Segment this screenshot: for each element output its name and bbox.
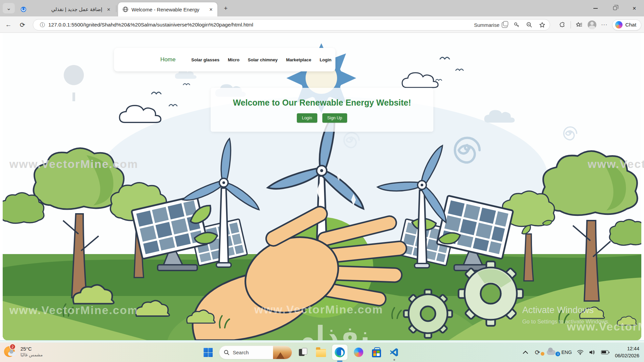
- tray-clock[interactable]: 12:44 06/02/2026: [615, 345, 639, 359]
- taskbar-app-store[interactable]: [370, 346, 383, 359]
- refresh-icon: ⟳: [20, 21, 25, 29]
- vscode-icon: [389, 348, 399, 357]
- tree-far-left: [3, 193, 44, 223]
- tab-nafezly[interactable]: إضافة عمل جديد | نفذلي ✕: [16, 2, 115, 16]
- address-bar[interactable]: ⓘ 127.0.0.1:5500/Ignited/Shahd%20&%20Sal…: [33, 19, 550, 31]
- tray-language[interactable]: ENG: [558, 350, 575, 355]
- site-navbar: Home Solar glasses Micro Solar chimney M…: [114, 48, 335, 71]
- toolbar-divider: [571, 21, 571, 28]
- summarise-label: Summarise: [474, 22, 499, 28]
- search-label: Search: [233, 350, 249, 355]
- taskbar-search[interactable]: Search: [219, 346, 292, 359]
- plus-icon: +: [224, 5, 227, 12]
- cloud-icon: [547, 350, 555, 355]
- close-tab-icon[interactable]: ✕: [207, 5, 215, 14]
- nav-item-micro[interactable]: Micro: [228, 57, 239, 62]
- copilot-icon: [615, 21, 623, 28]
- nav-item-home[interactable]: Home: [160, 56, 175, 63]
- minimize-button[interactable]: [586, 0, 605, 16]
- close-tab-icon[interactable]: ✕: [104, 5, 113, 14]
- folder-icon: [316, 349, 326, 357]
- wifi-icon: [577, 350, 584, 355]
- site-info-icon[interactable]: ⓘ: [40, 22, 45, 28]
- tab-divider: [116, 5, 116, 12]
- copilot-outline-icon: [502, 22, 507, 28]
- search-highlight-image: [273, 346, 292, 359]
- tray-sync-status[interactable]: ⟳: [531, 349, 544, 356]
- tray-onedrive[interactable]: i: [544, 350, 558, 355]
- screen: ⌄ إضافة عمل جديد | نفذلي ✕ Welcome - Ren…: [0, 0, 644, 362]
- weather-condition: مشمس غالبًا: [20, 352, 43, 357]
- close-window-button[interactable]: ✕: [625, 0, 644, 16]
- summarise-button[interactable]: Summarise: [474, 22, 507, 28]
- start-button[interactable]: [201, 346, 215, 359]
- chevron-down-icon: ⌄: [6, 5, 11, 12]
- window-controls: ✕: [586, 0, 644, 16]
- running-app-indicator: [393, 359, 395, 361]
- password-key-icon[interactable]: [513, 21, 520, 28]
- battery-icon: [601, 350, 608, 354]
- new-tab-button[interactable]: +: [221, 4, 230, 13]
- nav-item-login[interactable]: Login: [320, 57, 331, 62]
- gear-small: [404, 290, 452, 338]
- weather-widget[interactable]: 2 25°C مشمس غالبًا: [4, 345, 43, 358]
- viewport-bottom-strip: [0, 340, 644, 343]
- clock-time: 12:44: [615, 345, 639, 352]
- nafezly-favicon-icon: [20, 6, 26, 12]
- profile-avatar[interactable]: [588, 20, 596, 29]
- tray-battery[interactable]: [598, 350, 611, 354]
- speaker-icon: [589, 349, 595, 355]
- taskbar-app-copilot[interactable]: [352, 346, 365, 359]
- tray-volume[interactable]: [586, 349, 598, 355]
- zoom-out-icon[interactable]: [526, 21, 533, 28]
- taskbar-app-vscode[interactable]: [387, 346, 401, 359]
- toolbar-right-cluster: ··· Chat: [558, 19, 641, 31]
- nav-item-solar-glasses[interactable]: Solar glasses: [191, 57, 219, 62]
- taskbar-app-edge-active[interactable]: [332, 345, 347, 360]
- hero-buttons: Login Sign Up: [211, 113, 433, 123]
- settings-more-icon[interactable]: ···: [601, 22, 607, 28]
- taskbar-app-file-explorer[interactable]: [314, 346, 328, 359]
- sync-icon: ⟳: [535, 349, 540, 356]
- favorites-collections-icon[interactable]: [576, 21, 583, 28]
- hero-card: Welcome to Our Renewable Energy Website!…: [211, 88, 433, 132]
- search-icon: [224, 350, 229, 355]
- tray-show-hidden-icons[interactable]: [520, 351, 531, 354]
- copilot-icon: [354, 348, 363, 357]
- weather-temperature: 25°C: [20, 346, 43, 352]
- tab-renewable-energy[interactable]: Welcome - Renewable Energy ✕: [118, 2, 217, 16]
- illustration-svg: [3, 33, 641, 340]
- extensions-puzzle-icon[interactable]: [558, 21, 566, 28]
- minimize-icon: [593, 8, 598, 9]
- windows-logo-icon: [204, 348, 213, 357]
- system-tray: ⟳ i ENG: [520, 343, 644, 362]
- windows-taskbar: 2 25°C مشمس غالبًا Search: [0, 343, 644, 362]
- notification-badge: 2: [9, 344, 16, 350]
- tab-search-button[interactable]: ⌄: [3, 3, 15, 13]
- nav-item-marketplace[interactable]: Marketplace: [286, 57, 311, 62]
- clock-date: 06/02/2026: [615, 352, 639, 359]
- renewable-energy-illustration: [3, 33, 641, 340]
- close-icon: ✕: [632, 6, 636, 11]
- chat-label: Chat: [625, 22, 636, 28]
- edge-icon: [335, 347, 345, 357]
- back-button[interactable]: ←: [3, 20, 13, 30]
- nav-item-solar-chimney[interactable]: Solar chimney: [248, 57, 278, 62]
- copilot-chat-button[interactable]: Chat: [612, 19, 641, 31]
- favorite-star-icon[interactable]: [538, 21, 546, 28]
- hero-title: Welcome to Our Renewable Energy Website!: [211, 98, 433, 108]
- address-bar-actions: Summarise: [474, 21, 546, 28]
- tab-title: Welcome - Renewable Energy: [131, 7, 205, 12]
- tray-wifi[interactable]: [575, 350, 586, 355]
- taskbar-app-taskview[interactable]: [297, 346, 310, 359]
- signup-button[interactable]: Sign Up: [322, 113, 347, 123]
- browser-titlebar: ⌄ إضافة عمل جديد | نفذلي ✕ Welcome - Ren…: [0, 0, 644, 16]
- login-button[interactable]: Login: [297, 113, 317, 123]
- refresh-button[interactable]: ⟳: [17, 20, 28, 30]
- restore-icon: [613, 6, 617, 10]
- page-viewport: www.VectorMine.com www.VectorMine.com ww…: [0, 33, 644, 343]
- restore-button[interactable]: [605, 0, 625, 16]
- url-text[interactable]: 127.0.0.1:5500/Ignited/Shahd%20&%20Salma…: [48, 22, 474, 28]
- gear-large: [459, 261, 523, 326]
- taskbar-center: Search: [201, 343, 401, 362]
